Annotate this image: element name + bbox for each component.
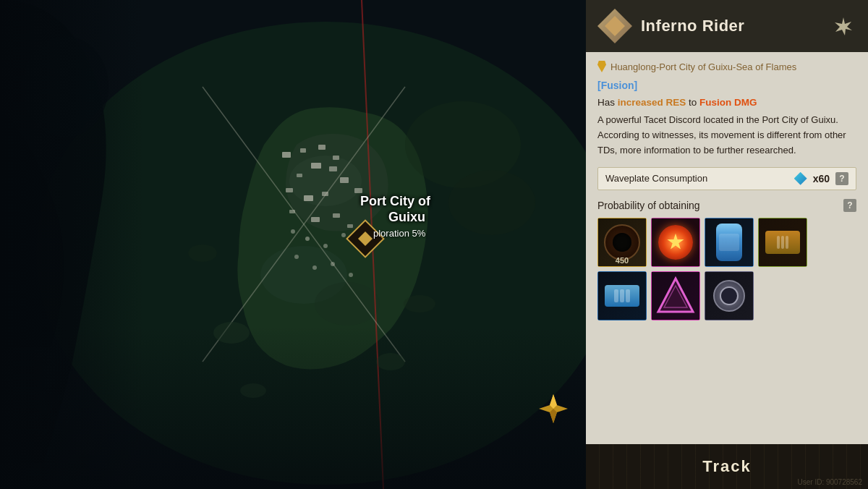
info-panel: Inferno Rider Huanglong-Port City of Gui… [586,0,868,489]
svg-rect-5 [282,152,291,158]
fusion-tag: [Fusion] [597,80,856,91]
svg-point-42 [448,170,535,235]
svg-rect-13 [286,188,293,192]
close-button[interactable] [830,13,856,39]
item-6[interactable] [651,271,700,320]
panel-header: Inferno Rider [586,0,868,52]
svg-point-3 [315,282,380,326]
item-5[interactable] [597,271,647,320]
map-area: Port City of Guixu ploration 5% [0,0,586,489]
svg-rect-35 [0,326,586,489]
boss-title: Inferno Rider [641,17,744,35]
svg-point-36 [213,322,250,344]
svg-marker-49 [658,278,693,312]
svg-point-21 [291,229,295,234]
svg-point-4 [289,156,362,206]
svg-point-27 [312,265,317,270]
svg-rect-16 [354,188,362,193]
location-row: Huanglong-Port City of Guixu-Sea of Flam… [597,61,856,72]
svg-point-26 [294,255,299,259]
svg-point-39 [404,295,435,312]
svg-rect-14 [304,195,313,201]
item-1[interactable]: 450 [597,218,647,267]
items-grid: 450 [597,218,856,320]
waveplate-row: Waveplate Consumption x60 ? [597,167,856,190]
item-2[interactable] [651,218,700,267]
user-id: User ID: 900728562 [797,478,862,486]
svg-rect-8 [333,156,339,160]
highlight-fusion-dmg: Fusion DMG [699,97,757,108]
svg-marker-48 [835,17,852,35]
nav-compass[interactable] [535,391,571,427]
description-body: A powerful Tacet Discord located in the … [597,113,856,158]
probability-help-button[interactable]: ? [843,199,856,212]
svg-rect-20 [347,224,353,228]
svg-rect-6 [300,148,306,153]
waveplate-gem-icon [794,172,807,185]
item-3[interactable] [705,218,754,267]
header-left: Inferno Rider [597,9,744,43]
location-text: Huanglong-Port City of Guixu-Sea of Flam… [610,61,796,72]
waveplate-help-button[interactable]: ? [835,172,848,185]
probability-header: Probability of obtaining ? [597,199,856,212]
svg-rect-10 [329,166,337,171]
svg-point-37 [376,353,405,370]
probability-title: Probability of obtaining [597,200,700,211]
svg-rect-19 [333,213,340,218]
svg-point-40 [188,244,217,262]
svg-rect-7 [318,145,326,150]
svg-point-38 [240,383,266,398]
svg-point-29 [349,273,353,277]
svg-rect-12 [340,177,349,183]
item-7[interactable] [705,271,754,320]
svg-rect-18 [311,217,320,222]
svg-rect-11 [297,174,302,177]
item-1-count: 450 [616,256,629,265]
boss-icon [597,9,632,43]
location-pin-icon [597,61,606,72]
svg-rect-9 [311,163,321,169]
track-text: Track [702,457,752,476]
panel-content: Huanglong-Port City of Guixu-Sea of Flam… [586,52,868,444]
svg-point-23 [323,244,328,248]
item-4[interactable] [758,218,807,267]
svg-point-24 [341,233,346,237]
svg-point-22 [305,237,310,241]
boss-icon-inner [605,16,625,36]
highlight-increased-res: increased RES [618,97,686,108]
waveplate-label: Waveplate Consumption [605,173,788,184]
waveplate-count: x60 [813,173,830,184]
description-highlight: Has increased RES to Fusion DMG [597,95,856,110]
